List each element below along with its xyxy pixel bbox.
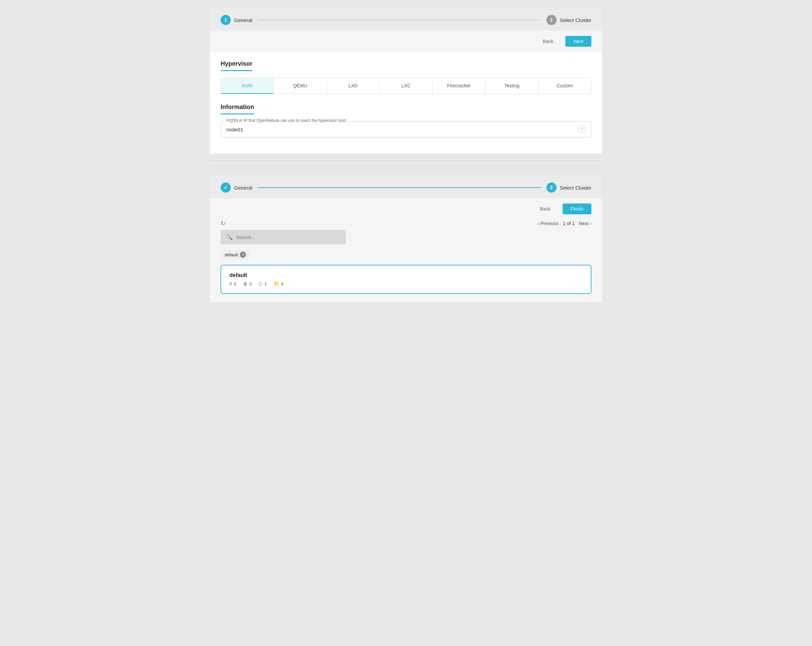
step-1-circle: 1 bbox=[221, 15, 231, 25]
tab-qemu[interactable]: QEMU bbox=[274, 78, 327, 94]
hypervisor-title: Hypervisor bbox=[221, 60, 252, 71]
cluster-stat-hosts: 🖥 0 bbox=[243, 281, 252, 286]
refresh-icon[interactable]: ↻ bbox=[221, 220, 226, 227]
tags-area: default × bbox=[210, 250, 602, 265]
search-input[interactable] bbox=[236, 235, 340, 240]
search-icon: 🔍 bbox=[226, 234, 233, 240]
stepper-header-1: 1 General 2 Select Cluster bbox=[210, 7, 602, 31]
chevron-right-icon: › bbox=[590, 221, 591, 226]
search-bar: 🔍 bbox=[210, 230, 602, 250]
cluster-card[interactable]: default # 0 🖥 0 ⬡ 1 📁 4 bbox=[221, 265, 591, 294]
information-section: Information FQDN or IP that OpenNebula c… bbox=[221, 104, 591, 138]
hypervisor-tab-bar: KVM QEMU LXD LXC Firecracker T bbox=[221, 78, 591, 94]
fqdn-label: FQDN or IP that OpenNebula can use to re… bbox=[225, 118, 347, 123]
action-bar-1: Back Next bbox=[210, 31, 602, 52]
fqdn-input-row: node01 ? bbox=[226, 126, 586, 133]
step-1-completed-circle: ✓ bbox=[221, 182, 231, 193]
search-wrapper: 🔍 bbox=[221, 230, 346, 245]
fqdn-help-icon[interactable]: ? bbox=[578, 126, 586, 133]
tab-testing[interactable]: Testing bbox=[485, 78, 538, 94]
stat-id-value: 0 bbox=[234, 282, 236, 286]
cluster-stat-datastores: 📁 4 bbox=[274, 281, 284, 286]
next-page-button[interactable]: Next › bbox=[579, 221, 591, 226]
tab-lxd[interactable]: LXD bbox=[327, 78, 380, 94]
finish-button[interactable]: Finish bbox=[563, 204, 591, 214]
cluster-toolbar: ↻ ‹ Previous 1 of 1 Next › bbox=[210, 220, 602, 230]
step-1-completed: ✓ General bbox=[221, 182, 252, 193]
step-2-active: 2 Select Cluster bbox=[546, 182, 591, 193]
cluster-name: default bbox=[229, 272, 583, 278]
panel-select-cluster: ✓ General 2 Select Cluster Back Finish ↻… bbox=[210, 175, 602, 302]
content-area-1: Hypervisor KVM QEMU LXD LXC bbox=[210, 52, 602, 154]
cluster-stats: # 0 🖥 0 ⬡ 1 📁 4 bbox=[229, 281, 583, 286]
stepper-line-1 bbox=[258, 20, 541, 20]
chevron-left-icon: ‹ bbox=[537, 221, 539, 226]
network-icon: ⬡ bbox=[258, 281, 263, 286]
id-icon: # bbox=[229, 281, 232, 286]
stepper-line-2 bbox=[258, 187, 541, 188]
step-2-circle: 2 bbox=[546, 15, 557, 25]
panel-general: 1 General 2 Select Cluster Back Next Hyp… bbox=[210, 7, 602, 154]
stat-hosts-value: 0 bbox=[249, 282, 252, 286]
tag-remove-button[interactable]: × bbox=[240, 251, 246, 258]
pagination: ‹ Previous 1 of 1 Next › bbox=[537, 221, 591, 226]
step-2-active-label: Select Cluster bbox=[560, 185, 591, 191]
datastore-icon: 📁 bbox=[274, 281, 279, 286]
back-button-1[interactable]: Back bbox=[534, 36, 561, 47]
back-button-2[interactable]: Back bbox=[532, 204, 559, 214]
information-title: Information bbox=[221, 104, 254, 115]
step-1: 1 General bbox=[221, 15, 252, 25]
tab-custom[interactable]: Custom bbox=[539, 78, 591, 94]
cluster-stat-networks: ⬡ 1 bbox=[258, 281, 267, 286]
fqdn-value[interactable]: node01 bbox=[226, 127, 243, 132]
step-2: 2 Select Cluster bbox=[546, 15, 591, 25]
tab-lxc[interactable]: LXC bbox=[380, 78, 432, 94]
tab-firecracker[interactable]: Firecracker bbox=[433, 78, 485, 94]
stat-networks-value: 1 bbox=[264, 282, 267, 286]
previous-button[interactable]: ‹ Previous bbox=[537, 221, 559, 226]
step-1-completed-label: General bbox=[234, 185, 252, 191]
hypervisor-section: Hypervisor KVM QEMU LXD LXC bbox=[221, 60, 591, 94]
pagination-info: 1 of 1 bbox=[563, 221, 575, 226]
action-bar-2: Back Finish bbox=[210, 198, 602, 220]
panel-divider bbox=[210, 161, 602, 161]
stepper-header-2: ✓ General 2 Select Cluster bbox=[210, 175, 602, 198]
fqdn-field-group: FQDN or IP that OpenNebula can use to re… bbox=[221, 121, 591, 138]
next-button-1[interactable]: Next bbox=[565, 36, 591, 47]
default-tag: default × bbox=[221, 250, 250, 259]
stat-datastores-value: 4 bbox=[281, 282, 284, 286]
cluster-stat-id: # 0 bbox=[229, 281, 236, 286]
tag-label: default bbox=[224, 252, 238, 257]
host-icon: 🖥 bbox=[243, 281, 248, 286]
step-2-active-circle: 2 bbox=[546, 182, 557, 193]
step-2-label: Select Cluster bbox=[560, 17, 591, 23]
tab-kvm[interactable]: KVM bbox=[221, 78, 274, 94]
step-1-label: General bbox=[234, 17, 252, 23]
